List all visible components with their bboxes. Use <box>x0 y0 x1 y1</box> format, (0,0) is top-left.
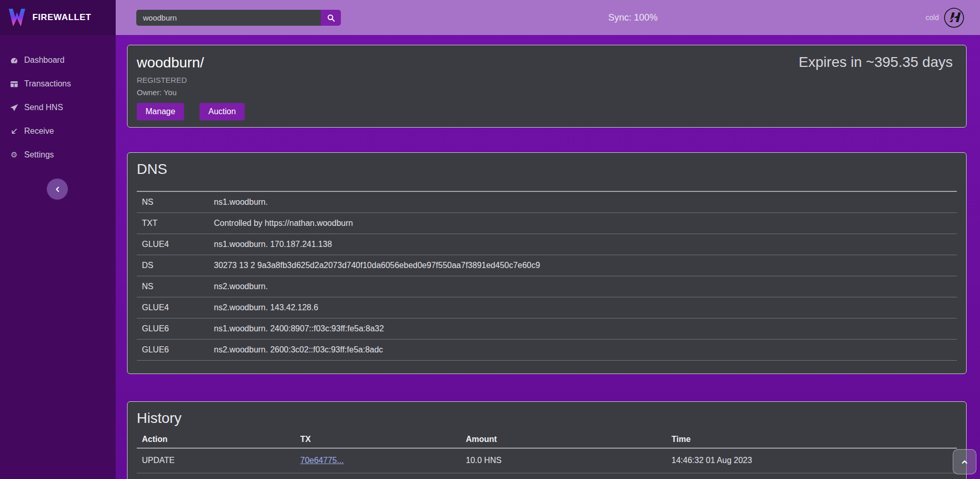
brand-name: FIREWALLET <box>32 12 92 23</box>
auction-button[interactable]: Auction <box>199 103 244 120</box>
sidebar-item-transactions[interactable]: Transactions <box>0 72 116 96</box>
dns-record-type: GLUE6 <box>137 339 209 360</box>
wallet-name: cold <box>925 13 939 22</box>
dns-record-value: Controlled by https://nathan.woodburn <box>209 212 957 234</box>
chevron-up-icon <box>960 458 969 466</box>
gear-icon: ⚙ <box>10 151 19 159</box>
dns-row: GLUE6ns1.woodburn. 2400:8907::f03c:93ff:… <box>137 318 957 339</box>
search-button[interactable] <box>321 10 341 26</box>
dns-record-type: GLUE4 <box>137 234 209 255</box>
sync-status: Sync: 100% <box>608 0 658 35</box>
dns-card: DNS NSns1.woodburn. TXTControlled by htt… <box>127 152 967 374</box>
dns-record-value: ns1.woodburn. 170.187.241.138 <box>209 234 957 255</box>
history-header-action: Action <box>137 431 295 448</box>
sidebar-item-settings[interactable]: ⚙ Settings <box>0 143 116 167</box>
history-amount: 10.0 HNS <box>461 448 666 473</box>
history-title: History <box>137 410 957 427</box>
paper-plane-icon <box>10 103 19 112</box>
domain-status: REGISTERED <box>137 76 954 84</box>
dns-record-value: ns1.woodburn. 2400:8907::f03c:93ff:fe5a:… <box>209 318 957 339</box>
dns-record-value: ns2.woodburn. 2600:3c02::f03c:93ff:fe5a:… <box>209 339 957 360</box>
dns-row: GLUE4ns1.woodburn. 170.187.241.138 <box>137 234 957 255</box>
sidebar-item-receive[interactable]: Receive <box>0 119 116 143</box>
dashboard-icon <box>10 56 19 65</box>
history-header-tx: TX <box>295 431 461 448</box>
manage-button[interactable]: Manage <box>137 103 184 120</box>
hns-logo-icon: H <box>943 7 965 28</box>
dns-table: NSns1.woodburn. TXTControlled by https:/… <box>137 191 957 361</box>
sidebar-item-label: Dashboard <box>24 56 64 65</box>
dns-record-value: ns2.woodburn. <box>209 276 957 297</box>
history-header-amount: Amount <box>461 431 666 448</box>
history-row: RENEW 473c5c6... 10.0 HNS 15:45:06 07 Ju… <box>137 473 957 479</box>
dns-record-type: NS <box>137 276 209 297</box>
app-root: FIREWALLET Dashboard Transactions Send H… <box>0 0 980 479</box>
firewallet-logo-icon <box>8 8 26 27</box>
chevron-left-icon <box>54 186 61 193</box>
sidebar: FIREWALLET Dashboard Transactions Send H… <box>0 0 116 479</box>
dns-row: TXTControlled by https://nathan.woodburn <box>137 212 957 234</box>
dns-record-value: ns2.woodburn. 143.42.128.6 <box>209 297 957 318</box>
sidebar-nav: Dashboard Transactions Send HNS Receive <box>0 35 116 167</box>
scroll-top-button[interactable] <box>953 449 976 474</box>
dns-record-type: DS <box>137 255 209 276</box>
history-card: History Action TX Amount Time UPDATE 70e… <box>127 401 967 479</box>
sidebar-item-label: Settings <box>24 150 54 159</box>
sidebar-collapse-button[interactable] <box>47 179 68 200</box>
wallet-account-menu[interactable]: cold H <box>925 0 965 35</box>
search-icon <box>327 14 335 22</box>
brand-header: FIREWALLET <box>0 0 116 35</box>
svg-text:H: H <box>949 10 961 25</box>
dns-record-type: NS <box>137 191 209 212</box>
sidebar-item-dashboard[interactable]: Dashboard <box>0 48 116 72</box>
topbar: Sync: 100% cold H <box>116 0 980 35</box>
sidebar-item-send-hns[interactable]: Send HNS <box>0 96 116 119</box>
dns-record-value: 30273 13 2 9a3a8fb3d625d2a2073d740f10da6… <box>209 255 957 276</box>
search-bar <box>136 10 341 26</box>
dns-row: GLUE6ns2.woodburn. 2600:3c02::f03c:93ff:… <box>137 339 957 360</box>
domain-owner: Owner: You <box>137 88 954 97</box>
table-icon <box>10 80 19 88</box>
history-time: 15:45:06 07 Jul 2023 <box>666 473 957 479</box>
domain-card: woodburn/ REGISTERED Owner: You Manage A… <box>127 45 967 128</box>
history-action: RENEW <box>137 473 295 479</box>
domain-search-input[interactable] <box>136 10 321 26</box>
dns-record-value: ns1.woodburn. <box>209 191 957 212</box>
dns-record-type: GLUE4 <box>137 297 209 318</box>
sidebar-item-label: Send HNS <box>24 103 63 112</box>
domain-actions: Manage Auction <box>137 103 954 120</box>
dns-title: DNS <box>137 161 957 178</box>
tx-link[interactable]: 70e64775... <box>300 456 344 465</box>
dns-row: DS30273 13 2 9a3a8fb3d625d2a2073d740f10d… <box>137 255 957 276</box>
history-action: UPDATE <box>137 448 295 473</box>
domain-expiry: Expires in ~395.35 days <box>798 54 953 70</box>
dns-record-type: GLUE6 <box>137 318 209 339</box>
dns-record-type: TXT <box>137 212 209 234</box>
sidebar-item-label: Transactions <box>24 79 71 88</box>
sidebar-item-label: Receive <box>24 127 54 136</box>
dns-row: NSns2.woodburn. <box>137 276 957 297</box>
history-header-row: Action TX Amount Time <box>137 431 957 448</box>
history-row: UPDATE 70e64775... 10.0 HNS 14:46:32 01 … <box>137 448 957 473</box>
dns-row: NSns1.woodburn. <box>137 191 957 212</box>
arrow-down-left-icon <box>10 127 19 136</box>
history-table: Action TX Amount Time UPDATE 70e64775...… <box>137 431 957 479</box>
dns-row: GLUE4ns2.woodburn. 143.42.128.6 <box>137 297 957 318</box>
history-time: 14:46:32 01 Aug 2023 <box>666 448 957 473</box>
history-header-time: Time <box>666 431 957 448</box>
history-amount: 10.0 HNS <box>461 473 666 479</box>
